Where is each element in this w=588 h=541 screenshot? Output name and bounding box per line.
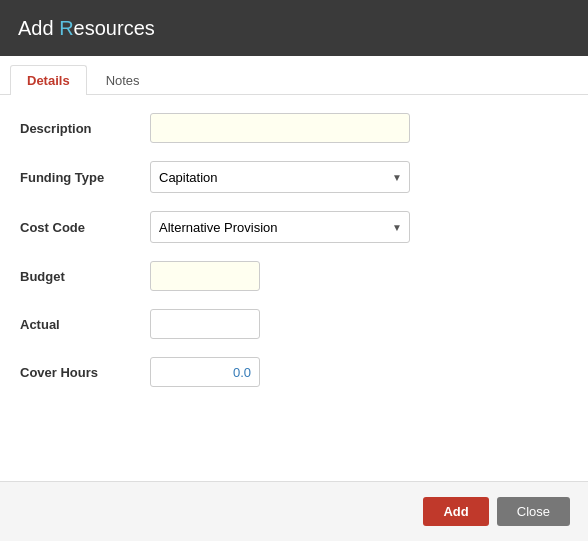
budget-row: Budget: [20, 261, 568, 291]
modal-body: Details Notes Description Funding Type C…: [0, 56, 588, 541]
cover-hours-row: Cover Hours: [20, 357, 568, 387]
modal-footer: Add Close: [0, 481, 588, 541]
tabs-container: Details Notes: [0, 56, 588, 95]
cost-code-row: Cost Code Alternative Provision Option 2…: [20, 211, 568, 243]
tab-details[interactable]: Details: [10, 65, 87, 95]
close-button[interactable]: Close: [497, 497, 570, 526]
budget-input[interactable]: [150, 261, 260, 291]
title-highlight: R: [59, 17, 73, 39]
modal-container: Add Resources Details Notes Description …: [0, 0, 588, 541]
cover-hours-input[interactable]: [150, 357, 260, 387]
cover-hours-label: Cover Hours: [20, 365, 150, 380]
cost-code-select[interactable]: Alternative Provision Option 2 Option 3: [150, 211, 410, 243]
modal-title: Add Resources: [18, 17, 155, 40]
form-area: Description Funding Type Capitation Gran…: [0, 95, 588, 423]
title-rest: esources: [74, 17, 155, 39]
modal-header: Add Resources: [0, 0, 588, 56]
description-input[interactable]: [150, 113, 410, 143]
description-label: Description: [20, 121, 150, 136]
actual-row: Actual: [20, 309, 568, 339]
cost-code-select-wrapper: Alternative Provision Option 2 Option 3: [150, 211, 410, 243]
funding-type-select-wrapper: Capitation Grant Other: [150, 161, 410, 193]
cost-code-label: Cost Code: [20, 220, 150, 235]
budget-label: Budget: [20, 269, 150, 284]
funding-type-row: Funding Type Capitation Grant Other: [20, 161, 568, 193]
tab-notes[interactable]: Notes: [89, 65, 157, 95]
actual-input[interactable]: [150, 309, 260, 339]
actual-label: Actual: [20, 317, 150, 332]
funding-type-select[interactable]: Capitation Grant Other: [150, 161, 410, 193]
funding-type-label: Funding Type: [20, 170, 150, 185]
add-button[interactable]: Add: [423, 497, 488, 526]
description-row: Description: [20, 113, 568, 143]
